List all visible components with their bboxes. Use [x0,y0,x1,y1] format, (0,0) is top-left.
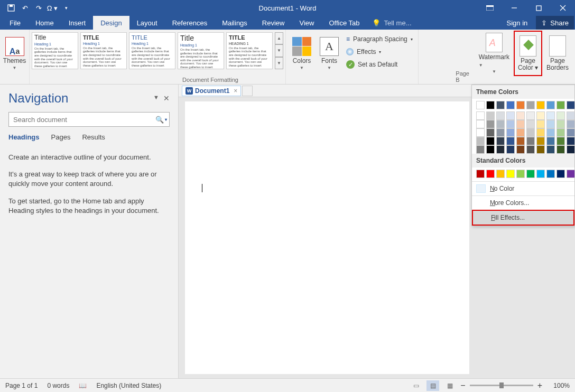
proofing-icon[interactable]: 📖 [79,382,87,389]
redo-icon[interactable]: ↷ [32,1,45,15]
watermark-button[interactable]: A Watermark▼▼ [475,31,514,76]
more-colors-item[interactable]: More Colors... [472,195,574,210]
color-swatch[interactable] [536,145,545,154]
color-swatch[interactable] [496,120,505,128]
fill-effects-item[interactable]: Fill Effects... [472,210,574,226]
color-swatch[interactable] [476,137,485,145]
color-swatch[interactable] [526,120,535,128]
close-icon[interactable] [551,0,575,16]
paragraph-spacing-button[interactable]: ≡Paragraph Spacing▾ [343,33,416,45]
zoom-slider[interactable] [470,385,533,386]
color-swatch[interactable] [516,137,525,145]
color-swatch[interactable] [516,170,525,178]
color-swatch[interactable] [476,128,485,137]
save-icon[interactable] [4,1,18,15]
undo-icon[interactable]: ↶ [18,1,32,15]
color-swatch[interactable] [567,145,575,154]
page-color-button[interactable]: PageColor ▾ [514,31,542,76]
gallery-scroll-up[interactable]: ▲ [275,32,283,44]
omega-icon[interactable]: Ω ▾ [45,1,59,15]
style-set-item[interactable]: TitleHeading 1On the Insert tab, the gal… [32,32,78,69]
tab-review[interactable]: Review [255,16,292,30]
color-swatch[interactable] [567,101,575,109]
color-swatch[interactable] [536,128,545,137]
color-swatch[interactable] [516,120,525,128]
tab-office-tab[interactable]: Office Tab [321,16,367,30]
style-set-gallery[interactable]: TitleHeading 1On the Insert tab, the gal… [32,31,283,69]
color-swatch[interactable] [536,101,545,109]
tab-view[interactable]: View [292,16,321,30]
nav-tab-pages[interactable]: Pages [51,133,71,141]
color-swatch[interactable] [486,145,495,154]
color-swatch[interactable] [496,137,505,145]
style-set-item[interactable]: TITLEHEADING 1On the Insert tab, the gal… [226,32,273,69]
color-swatch[interactable] [476,111,485,120]
color-swatch[interactable] [506,111,515,120]
color-swatch[interactable] [557,111,565,120]
color-swatch[interactable] [496,145,505,154]
color-swatch[interactable] [526,170,535,178]
color-swatch[interactable] [567,170,575,178]
search-icon[interactable]: 🔍▾ [153,113,169,126]
no-color-item[interactable]: No Color [472,181,574,195]
status-language[interactable]: English (United States) [96,382,161,389]
color-swatch[interactable] [506,101,515,109]
document-tab[interactable]: W Document1 × [182,86,241,96]
themes-button[interactable]: Aa Themes ▼ [0,31,30,76]
gallery-expand[interactable]: ▼ [275,57,283,69]
color-swatch[interactable] [536,111,545,120]
tab-insert[interactable]: Insert [61,16,94,30]
color-swatch[interactable] [546,170,555,178]
color-swatch[interactable] [486,111,495,120]
color-swatch[interactable] [516,145,525,154]
color-swatch[interactable] [567,128,575,137]
fonts-button[interactable]: A Fonts▼ [316,31,343,76]
color-swatch[interactable] [506,170,515,178]
close-tab-icon[interactable]: × [234,87,237,95]
color-swatch[interactable] [496,170,505,178]
tell-me-search[interactable]: 💡 Tell me... [367,16,416,30]
color-swatch[interactable] [486,128,495,137]
tab-design[interactable]: Design [93,16,129,30]
color-swatch[interactable] [546,137,555,145]
document-page[interactable] [185,101,469,374]
ribbon-display-icon[interactable] [478,0,502,16]
gallery-scroll-down[interactable]: ▼ [275,44,283,57]
color-swatch[interactable] [557,101,565,109]
color-swatch[interactable] [546,111,555,120]
page-borders-button[interactable]: PageBorders [542,31,573,76]
sign-in-button[interactable]: Sign in [500,19,534,27]
color-swatch[interactable] [476,145,485,154]
color-swatch[interactable] [496,101,505,109]
color-swatch[interactable] [496,128,505,137]
tab-layout[interactable]: Layout [129,16,165,30]
color-swatch[interactable] [486,170,495,178]
color-swatch[interactable] [506,120,515,128]
color-swatch[interactable] [557,120,565,128]
tab-references[interactable]: References [165,16,215,30]
color-swatch[interactable] [526,137,535,145]
color-swatch[interactable] [476,170,485,178]
color-swatch[interactable] [506,128,515,137]
tab-mailings[interactable]: Mailings [215,16,255,30]
color-swatch[interactable] [476,120,485,128]
status-page[interactable]: Page 1 of 1 [5,382,38,389]
search-input[interactable] [9,113,153,126]
color-swatch[interactable] [526,128,535,137]
color-swatch[interactable] [506,145,515,154]
tab-file[interactable]: File [2,16,28,30]
color-swatch[interactable] [557,137,565,145]
nav-tab-headings[interactable]: Headings [8,133,40,141]
color-swatch[interactable] [536,120,545,128]
color-swatch[interactable] [526,101,535,109]
color-swatch[interactable] [557,170,565,178]
color-swatch[interactable] [536,137,545,145]
color-swatch[interactable] [546,145,555,154]
color-swatch[interactable] [546,101,555,109]
color-swatch[interactable] [526,111,535,120]
nav-close-icon[interactable]: ✕ [163,94,170,102]
maximize-icon[interactable] [526,0,551,16]
color-swatch[interactable] [526,145,535,154]
share-button[interactable]: ⇪ Share [536,16,574,30]
zoom-in-icon[interactable]: + [537,381,542,390]
